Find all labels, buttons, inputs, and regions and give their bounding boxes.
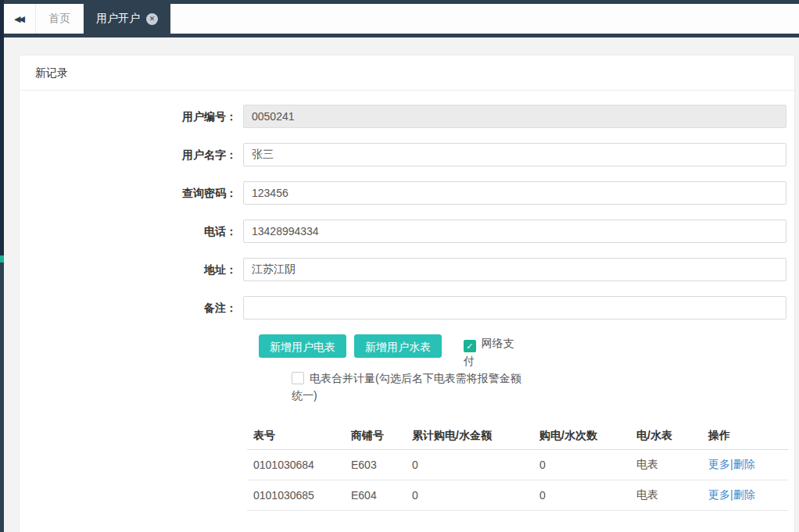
tab-active-label: 用户开户 [96,12,140,26]
cell-total-amount: 0 [406,480,533,511]
tab-bar: ◀◀ 首页 用户开户 ✕ [4,4,799,34]
address-label: 地址： [20,258,243,281]
form-row-user-name: 用户名字： [20,143,794,166]
top-navy-strip [0,0,799,4]
panel-title: 新记录 [20,55,794,91]
cell-purchase-count: 0 [533,480,630,511]
merge-metering-label: 电表合并计量(勾选后名下电表需将报警金额统一) [292,372,521,402]
cell-meter-type: 电表 [630,450,702,480]
more-link[interactable]: 更多 [708,488,730,501]
form-row-user-id: 用户编号： [20,105,794,128]
phone-field[interactable] [243,220,786,243]
meter-actions-row: 新增用户电表 新增用户水表 ✓网络支付 电表合并计量(勾选后名下电表需将报警金额… [259,334,786,404]
cell-shop-no: E603 [345,450,406,480]
col-header-purchase-count: 购电/水次数 [533,423,630,450]
tab-user-account-opening[interactable]: 用户开户 ✕ [84,4,170,34]
meter-table: 表号 商铺号 累计购电/水金额 购电/水次数 电/水表 操作 010103068… [247,423,788,511]
form-row-remark: 备注： [20,296,794,320]
user-id-field[interactable] [243,105,786,128]
cell-operations: 更多|删除 [702,450,788,480]
checkbox-unchecked-icon[interactable] [292,372,304,384]
collapsed-sidebar-rail [0,0,4,532]
account-form: 用户编号： 用户名字： 查询密码： 电话： 地址： [20,91,794,532]
col-header-operation: 操作 [702,423,788,450]
sidebar-active-accent [0,255,4,262]
query-password-label: 查询密码： [20,181,243,205]
col-header-total-amount: 累计购电/水金额 [406,423,533,450]
delete-link[interactable]: 删除 [733,488,755,501]
col-header-shop-no: 商铺号 [345,423,406,450]
user-name-field[interactable] [243,143,786,166]
cell-shop-no: E604 [345,480,406,511]
user-name-label: 用户名字： [20,143,243,166]
cell-meter-no: 0101030685 [247,480,345,511]
close-tab-icon[interactable]: ✕ [146,13,158,25]
add-electric-meter-button[interactable]: 新增用户电表 [259,334,346,358]
sidebar-rail-lower [0,262,4,532]
col-header-meter-type: 电/水表 [630,423,702,450]
col-header-meter-no: 表号 [247,423,345,450]
user-id-label: 用户编号： [20,105,243,128]
more-link[interactable]: 更多 [708,458,730,470]
new-record-panel: 新记录 用户编号： 用户名字： 查询密码： 电话： [19,55,795,532]
table-row: 0101030685 E604 0 0 电表 更多|删除 [247,480,788,511]
form-row-phone: 电话： [20,220,794,243]
collapse-tabs-button[interactable]: ◀◀ [4,4,36,34]
query-password-field[interactable] [243,181,786,205]
checkbox-checked-icon[interactable]: ✓ [464,340,476,352]
table-row: 0101030684 E603 0 0 电表 更多|删除 [247,450,788,480]
cell-total-amount: 0 [406,450,533,480]
tab-home[interactable]: 首页 [36,4,84,34]
add-water-meter-button[interactable]: 新增用户水表 [354,334,442,358]
delete-link[interactable]: 删除 [733,458,755,470]
remark-field[interactable] [243,296,786,320]
double-left-arrow-icon: ◀◀ [14,14,23,24]
phone-label: 电话： [20,220,243,243]
merge-metering-checkbox[interactable]: 电表合并计量(勾选后名下电表需将报警金额统一) [292,370,525,404]
tab-bar-bottom-strip [0,34,799,37]
address-field[interactable] [243,258,786,281]
form-row-address: 地址： [20,258,794,281]
cell-operations: 更多|删除 [702,480,788,511]
tab-home-label: 首页 [48,12,70,26]
form-row-query-password: 查询密码： [20,181,794,205]
cell-meter-type: 电表 [630,480,702,511]
cell-purchase-count: 0 [533,450,630,480]
remark-label: 备注： [20,296,243,320]
meter-table-header-row: 表号 商铺号 累计购电/水金额 购电/水次数 电/水表 操作 [247,423,788,450]
network-payment-checkbox[interactable]: ✓网络支付 [464,334,521,370]
cell-meter-no: 0101030684 [247,450,345,480]
